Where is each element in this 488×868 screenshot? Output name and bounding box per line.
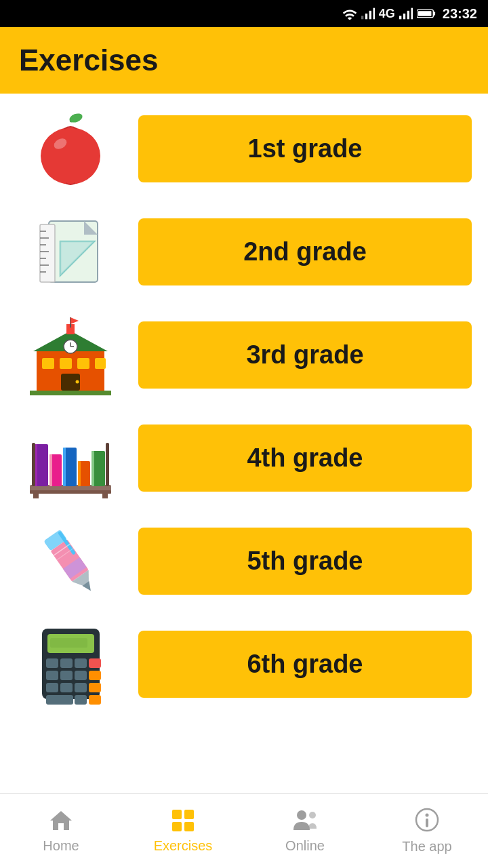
- grade-6-button[interactable]: 6th grade: [138, 631, 472, 698]
- grade-2-button[interactable]: 2nd grade: [138, 218, 472, 285]
- ruler-icon: [16, 208, 125, 296]
- status-icons: 4G 23:32: [342, 6, 477, 22]
- svg-rect-71: [89, 658, 101, 668]
- page-title: Exercises: [19, 43, 469, 77]
- books-icon: [16, 414, 125, 502]
- svg-point-88: [297, 810, 306, 820]
- svg-marker-4: [399, 16, 401, 19]
- svg-marker-2: [369, 11, 371, 20]
- nav-item-exercises[interactable]: Exercises: [122, 808, 244, 854]
- svg-rect-68: [46, 658, 58, 668]
- svg-rect-16: [40, 224, 55, 282]
- svg-rect-87: [184, 822, 194, 831]
- school-icon: [16, 311, 125, 399]
- svg-point-12: [41, 127, 100, 184]
- grade-item-5: 5th grade: [16, 517, 472, 605]
- app-header: Exercises: [0, 27, 488, 94]
- svg-marker-7: [411, 8, 413, 20]
- info-icon: [415, 808, 439, 835]
- svg-rect-42: [30, 490, 111, 494]
- svg-rect-92: [426, 818, 428, 827]
- svg-rect-36: [77, 358, 89, 369]
- pen-icon: [16, 517, 125, 605]
- svg-point-11: [68, 111, 84, 123]
- exercises-icon: [171, 808, 195, 834]
- calculator-icon: [16, 620, 125, 708]
- svg-rect-35: [60, 358, 72, 369]
- svg-point-91: [426, 814, 429, 817]
- nav-item-home[interactable]: Home: [0, 808, 122, 854]
- svg-point-39: [76, 380, 79, 384]
- battery-icon: [417, 8, 436, 19]
- grade-item-4: 4th grade: [16, 414, 472, 502]
- grade-item-6: 6th grade: [16, 620, 472, 708]
- nav-online-label: Online: [285, 838, 325, 854]
- svg-marker-6: [407, 11, 409, 20]
- svg-marker-3: [373, 8, 375, 20]
- svg-rect-80: [46, 695, 73, 705]
- svg-rect-55: [32, 443, 35, 486]
- nav-item-theapp[interactable]: The app: [366, 808, 488, 854]
- grade-item-2: 2nd grade: [16, 208, 472, 296]
- svg-rect-52: [78, 461, 81, 486]
- svg-rect-34: [42, 358, 54, 369]
- svg-rect-69: [60, 658, 73, 668]
- svg-rect-86: [172, 822, 182, 831]
- nav-exercises-label: Exercises: [154, 838, 213, 854]
- grade-5-button[interactable]: 5th grade: [138, 528, 472, 595]
- svg-rect-74: [75, 671, 87, 680]
- svg-rect-50: [63, 448, 66, 486]
- svg-rect-70: [75, 658, 87, 668]
- nav-theapp-label: The app: [402, 839, 451, 854]
- grade-3-button[interactable]: 3rd grade: [138, 321, 472, 389]
- svg-rect-9: [433, 12, 435, 16]
- home-icon: [49, 808, 73, 834]
- nav-item-online[interactable]: Online: [244, 808, 366, 854]
- svg-rect-56: [106, 443, 109, 486]
- svg-rect-85: [184, 810, 194, 819]
- apple-icon: [16, 104, 125, 193]
- svg-rect-10: [418, 11, 432, 16]
- svg-rect-43: [33, 492, 39, 498]
- svg-marker-0: [361, 16, 363, 19]
- svg-rect-37: [95, 358, 106, 369]
- svg-marker-83: [50, 811, 72, 830]
- svg-rect-77: [60, 683, 73, 692]
- svg-rect-40: [30, 391, 111, 395]
- svg-rect-78: [75, 683, 87, 692]
- svg-rect-82: [89, 695, 101, 705]
- svg-rect-48: [49, 454, 52, 486]
- time-display: 23:32: [443, 6, 477, 22]
- svg-rect-72: [46, 671, 58, 680]
- network-label: 4G: [379, 7, 395, 21]
- svg-rect-76: [46, 683, 58, 692]
- status-bar: 4G 23:32: [0, 0, 488, 27]
- online-icon: [292, 808, 318, 834]
- grade-4-button[interactable]: 4th grade: [138, 425, 472, 492]
- svg-rect-44: [102, 492, 108, 498]
- svg-rect-84: [172, 810, 182, 819]
- grade-item-3: 3rd grade: [16, 311, 472, 399]
- svg-rect-54: [92, 451, 94, 486]
- svg-marker-1: [365, 14, 367, 19]
- nav-home-label: Home: [43, 838, 79, 854]
- signal-icon: [361, 7, 375, 20]
- signal2-icon: [399, 7, 413, 20]
- wifi-icon: [342, 7, 357, 20]
- bottom-navigation: Home Exercises Online: [0, 793, 488, 868]
- svg-rect-75: [89, 671, 101, 680]
- svg-marker-30: [70, 317, 79, 324]
- svg-rect-81: [75, 695, 87, 705]
- main-content: 1st grade: [0, 94, 488, 804]
- grade-item-1: 1st grade: [16, 104, 472, 193]
- svg-point-89: [309, 812, 316, 818]
- svg-rect-73: [60, 671, 73, 680]
- svg-rect-67: [50, 638, 87, 648]
- svg-marker-5: [403, 14, 405, 19]
- svg-rect-79: [89, 683, 101, 692]
- grade-1-button[interactable]: 1st grade: [138, 115, 472, 182]
